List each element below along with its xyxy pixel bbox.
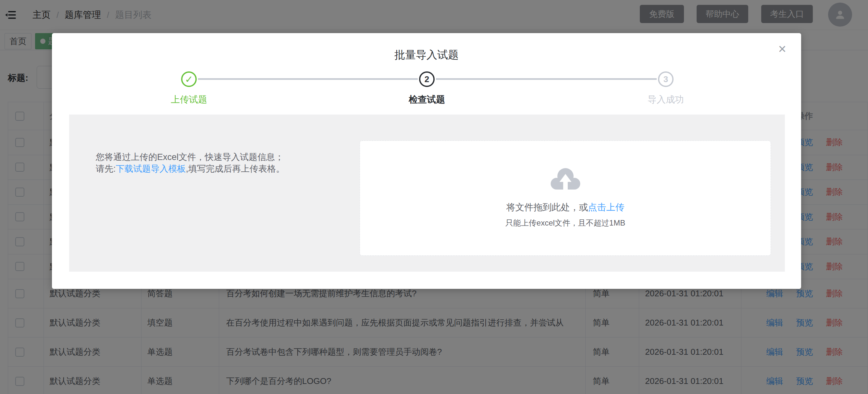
intro-line1: 您将通过上传的Excel文件，快速导入试题信息； [96, 151, 285, 163]
step-connector [198, 78, 418, 80]
intro-line2: 请先:下载试题导入模板,填写完成后再上传表格。 [96, 163, 285, 175]
import-intro-text: 您将通过上传的Excel文件，快速导入试题信息； 请先:下载试题导入模板,填写完… [96, 151, 285, 175]
close-icon[interactable]: × [778, 42, 786, 56]
step2-label: 检查试题 [409, 94, 445, 106]
upload-dropzone[interactable]: 将文件拖到此处，或点击上传 只能上传excel文件，且不超过1MB [360, 140, 771, 256]
download-template-link[interactable]: 下载试题导入模板 [116, 164, 186, 174]
question-bank-page: { "topbar": { "breadcrumb": ["主页", "题库管理… [0, 0, 868, 394]
step3-label: 导入成功 [648, 94, 684, 106]
step3-number: 3 [658, 71, 674, 87]
modal-title: 批量导入试题 [52, 48, 801, 62]
dropzone-tip: 只能上传excel文件，且不超过1MB [505, 218, 625, 228]
click-upload-link[interactable]: 点击上传 [588, 202, 624, 212]
step1-label: 上传试题 [171, 94, 207, 106]
step1-check-icon: ✓ [181, 71, 197, 87]
upload-cloud-icon [551, 167, 580, 193]
step-connector [436, 78, 657, 80]
batch-import-modal: 批量导入试题 × ✓ 2 3 上传试题 检查试题 导入成功 您将通过上传的Exc… [52, 33, 801, 289]
dropzone-text: 将文件拖到此处，或点击上传 [506, 201, 624, 214]
step2-number: 2 [419, 71, 435, 87]
